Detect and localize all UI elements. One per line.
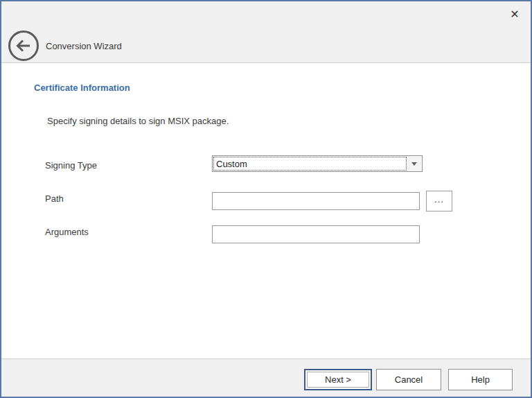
chevron-down-icon: [411, 162, 417, 166]
back-button[interactable]: [8, 30, 39, 62]
conversion-wizard-dialog: ✕ Conversion Wizard Certificate Informat…: [0, 0, 532, 398]
path-label: Path: [45, 193, 64, 204]
wizard-footer: Next > Cancel Help: [1, 358, 531, 397]
browse-button[interactable]: ...: [426, 191, 452, 211]
signing-type-value[interactable]: Custom: [213, 157, 407, 171]
help-button[interactable]: Help: [448, 369, 513, 390]
arguments-input[interactable]: [212, 225, 420, 243]
dropdown-arrow-button[interactable]: [407, 157, 421, 171]
close-button[interactable]: ✕: [506, 6, 524, 24]
close-icon: ✕: [510, 9, 519, 20]
arguments-label: Arguments: [45, 227, 89, 237]
back-arrow-icon: [8, 30, 39, 62]
path-input[interactable]: [212, 192, 420, 210]
next-button[interactable]: Next >: [304, 369, 372, 390]
wizard-header: ✕ Conversion Wizard: [1, 1, 531, 63]
signing-type-label: Signing Type: [45, 160, 97, 171]
ellipsis-icon: ...: [434, 194, 444, 205]
wizard-title: Conversion Wizard: [46, 41, 122, 51]
cancel-button[interactable]: Cancel: [376, 369, 441, 390]
signing-type-dropdown[interactable]: Custom: [212, 155, 423, 172]
page-description: Specify signing details to sign MSIX pac…: [47, 116, 229, 126]
page-title: Certificate Information: [34, 83, 130, 93]
